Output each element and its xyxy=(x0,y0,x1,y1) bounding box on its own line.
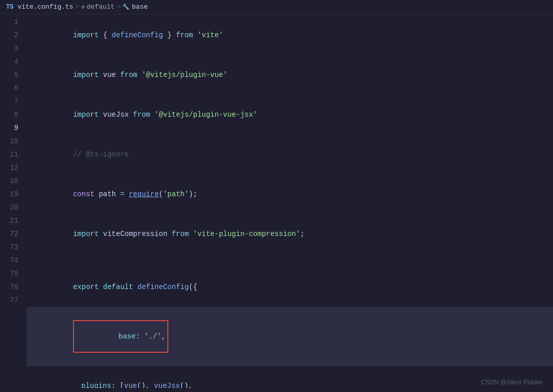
code-line-7 xyxy=(27,254,553,267)
ln-11: 11 xyxy=(6,148,18,161)
breadcrumb-bar: TS vite.config.ts > ⊙ default > 🔧 base xyxy=(0,0,553,14)
ln-7: 7 xyxy=(6,95,18,108)
ln-5: 5 xyxy=(6,68,18,82)
ln-18: 18 xyxy=(6,174,18,188)
ln-2: 2 xyxy=(6,29,18,42)
breadcrumb-item-2: 🔧 base xyxy=(122,3,147,11)
code-line-8: export default defineConfig({ xyxy=(27,267,553,307)
ln-12: 12 xyxy=(6,161,18,174)
ln-1: 1 xyxy=(6,15,18,29)
ln-8: 8 xyxy=(6,108,18,121)
ln-3: 3 xyxy=(6,42,18,55)
line-numbers: 1 2 3 4 5 6 7 8 9 10 11 12 18 19 20 21 7… xyxy=(0,14,27,388)
code-line-5: const path = require('path'); xyxy=(27,174,553,214)
object-icon: ⊙ xyxy=(81,4,85,10)
code-line-4: // @ts-ignore xyxy=(27,135,553,174)
code-line-2: import vue from '@vitejs/plugin-vue' xyxy=(27,55,553,95)
watermark: CSDN @Silent Riddler xyxy=(481,379,543,386)
ln-74: 74 xyxy=(6,254,18,267)
ln-9: 9 xyxy=(6,121,18,135)
breadcrumb-default: default xyxy=(87,3,115,11)
code-line-6: import viteCompression from 'vite-plugin… xyxy=(27,214,553,254)
editor-container: 1 2 3 4 5 6 7 8 9 10 11 12 18 19 20 21 7… xyxy=(0,14,553,388)
filename[interactable]: vite.config.ts xyxy=(17,3,73,11)
breadcrumb-item-1: ⊙ default xyxy=(81,3,114,11)
separator-1: > xyxy=(76,3,80,11)
ln-20: 20 xyxy=(6,201,18,214)
ln-72: 72 xyxy=(6,227,18,241)
ln-73: 73 xyxy=(6,241,18,254)
wrench-icon: 🔧 xyxy=(122,4,130,10)
ln-6: 6 xyxy=(6,82,18,95)
ln-77: 77 xyxy=(6,294,18,307)
code-line-1: import { defineConfig } from 'vite' xyxy=(27,15,553,55)
separator-2: > xyxy=(117,3,121,11)
ln-21: 21 xyxy=(6,214,18,227)
ln-4: 4 xyxy=(6,55,18,68)
ln-76: 76 xyxy=(6,280,18,294)
ln-19: 19 xyxy=(6,188,18,201)
ln-75: 75 xyxy=(6,267,18,280)
code-area: import { defineConfig } from 'vite' impo… xyxy=(27,14,553,388)
lang-badge: TS xyxy=(6,4,13,11)
code-line-9: base: './', xyxy=(27,307,553,366)
ln-10: 10 xyxy=(6,135,18,148)
breadcrumb-base: base xyxy=(132,3,147,11)
code-line-3: import vueJsx from '@vitejs/plugin-vue-j… xyxy=(27,95,553,135)
code-line-10: plugins: [vue(), vueJsx(), xyxy=(27,366,553,388)
